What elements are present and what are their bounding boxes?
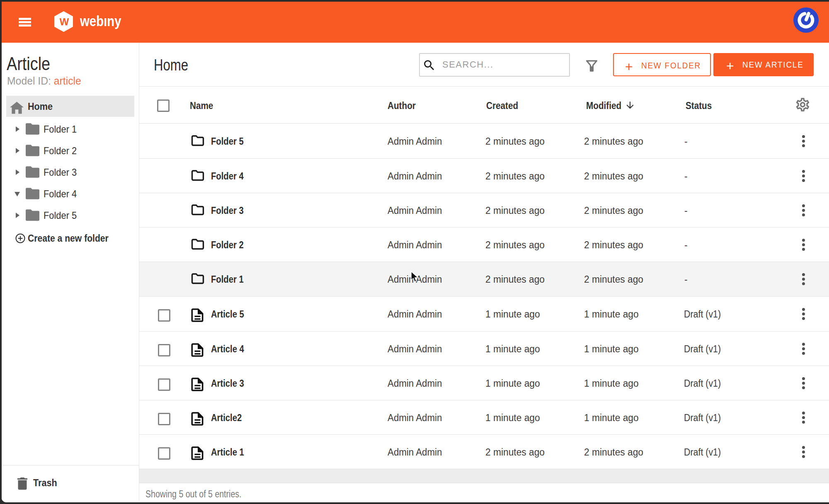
svg-text:W: W (60, 16, 69, 27)
